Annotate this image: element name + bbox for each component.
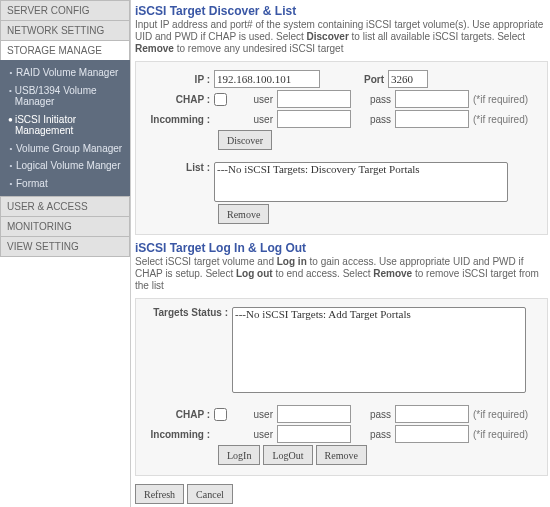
bullet-icon: ● [6,115,15,124]
targets-status-listbox[interactable]: ---No iSCSI Targets: Add Target Portals [232,307,526,393]
sidebar-item-volume-group[interactable]: •Volume Group Manager [0,140,130,158]
remove-button[interactable]: Remove [218,204,269,224]
label-incoming-pass: pass [351,114,395,125]
port-input[interactable] [388,70,428,88]
required-note: (*if required) [473,409,528,420]
nav-view-setting[interactable]: VIEW SETTING [0,236,130,257]
list-item[interactable]: ---No iSCSI Targets: Discovery Target Po… [215,163,507,176]
discover-title: iSCSI Target Discover & List [135,4,548,18]
nav-network-setting[interactable]: NETWORK SETTING [0,20,130,40]
sidebar-item-label: Logical Volume Manger [16,160,121,172]
discover-button[interactable]: Discover [218,130,272,150]
nav-server-config[interactable]: SERVER CONFIG [0,0,130,20]
label-incoming-user: user [233,114,277,125]
sidebar-item-format[interactable]: •Format [0,175,130,193]
label-ip: IP : [142,74,214,85]
login-incoming-user-input[interactable] [277,425,351,443]
nav-storage-manage[interactable]: STORAGE MANAGE [0,40,130,60]
nav-user-access[interactable]: USER & ACCESS [0,196,130,216]
incoming-user-input[interactable] [277,110,351,128]
login-button[interactable]: LogIn [218,445,260,465]
label-login-incoming: Incomming : [142,429,214,440]
required-note: (*if required) [473,94,528,105]
sidebar-item-label: iSCSI Initiator Management [15,114,124,137]
label-port: Port [320,74,388,85]
chap-checkbox[interactable] [214,93,227,106]
label-login-incoming-pass: pass [351,429,395,440]
login-remove-button[interactable]: Remove [316,445,367,465]
targets-listbox[interactable]: ---No iSCSI Targets: Discovery Target Po… [214,162,508,202]
sidebar-item-label: Volume Group Manager [16,143,122,155]
label-chap: CHAP : [142,94,214,105]
bullet-icon: • [6,179,16,188]
refresh-button[interactable]: Refresh [135,484,184,504]
chap-pass-input[interactable] [395,90,469,108]
storage-submenu: •RAID Volume Manager •USB/1394 Volume Ma… [0,60,130,196]
login-chap-user-input[interactable] [277,405,351,423]
cancel-button[interactable]: Cancel [187,484,233,504]
sidebar-item-label: Format [16,178,48,190]
required-note: (*if required) [473,114,528,125]
login-desc: Select iSCSI target volume and Log in to… [135,256,548,292]
login-title: iSCSI Target Log In & Log Out [135,241,548,255]
chap-user-input[interactable] [277,90,351,108]
bullet-icon: • [6,68,16,77]
bullet-icon: • [6,86,15,95]
label-chap: CHAP : [142,409,214,420]
sidebar-item-label: RAID Volume Manager [16,67,118,79]
list-item[interactable]: ---No iSCSI Targets: Add Target Portals [233,308,525,321]
login-chap-checkbox[interactable] [214,408,227,421]
ip-input[interactable] [214,70,320,88]
bullet-icon: • [6,161,16,170]
required-note: (*if required) [473,429,528,440]
discover-panel: IP : Port CHAP : user pass (*if required… [135,61,548,235]
sidebar-item-usb[interactable]: •USB/1394 Volume Manager [0,82,130,111]
label-chap-user: user [233,94,277,105]
label-incoming: Incomming : [142,114,214,125]
label-list: List : [142,162,214,173]
login-incoming-pass-input[interactable] [395,425,469,443]
sidebar: SERVER CONFIG NETWORK SETTING STORAGE MA… [0,0,131,507]
sidebar-item-label: USB/1394 Volume Manager [15,85,124,108]
sidebar-item-raid[interactable]: •RAID Volume Manager [0,64,130,82]
logout-button[interactable]: LogOut [263,445,312,465]
nav-monitoring[interactable]: MONITORING [0,216,130,236]
label-targets-status: Targets Status : [142,307,232,318]
label-chap-pass: pass [351,94,395,105]
login-panel: Targets Status : ---No iSCSI Targets: Ad… [135,298,548,476]
label-login-incoming-user: user [233,429,277,440]
login-chap-pass-input[interactable] [395,405,469,423]
label-login-chap-user: user [233,409,277,420]
discover-desc: Input IP address and port# of the system… [135,19,548,55]
sidebar-item-logical-volume[interactable]: •Logical Volume Manger [0,157,130,175]
incoming-pass-input[interactable] [395,110,469,128]
label-login-chap-pass: pass [351,409,395,420]
bullet-icon: • [6,144,16,153]
sidebar-item-iscsi-initiator[interactable]: ●iSCSI Initiator Management [0,111,130,140]
main-content: iSCSI Target Discover & List Input IP ad… [131,0,550,507]
